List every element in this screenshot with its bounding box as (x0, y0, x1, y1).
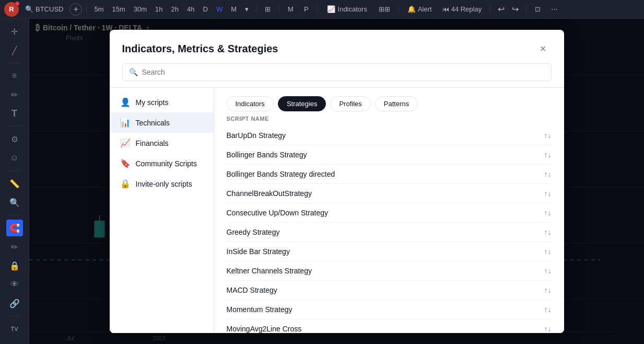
tab-strategies[interactable]: Strategies (278, 96, 326, 111)
indicators-modal: Indicators, Metrics & Strategies × 🔍 (110, 30, 564, 333)
script-name-channelbreakout: ChannelBreakOutStrategy (227, 189, 312, 198)
alert-button[interactable]: 🔔 Alert (403, 3, 436, 15)
timeframe-30m[interactable]: 30m (131, 3, 150, 15)
nav-item-my-scripts[interactable]: 👤 My scripts (110, 92, 214, 112)
tab-indicators[interactable]: Indicators (227, 96, 274, 111)
separator-5 (399, 4, 399, 15)
script-name-movingavg2line: MovingAvg2Line Cross (227, 325, 302, 333)
script-item-bollinger[interactable]: Bollinger Bands Strategy ↑↓ (227, 145, 552, 165)
script-add-consecutive: ↑↓ (544, 209, 552, 217)
undo-button[interactable]: ↩ (495, 2, 508, 16)
separator-4 (317, 4, 318, 15)
sidebar-separator-3 (7, 170, 22, 171)
timeframe-5m[interactable]: 5m (91, 3, 107, 15)
pin-tool[interactable]: ✏ (6, 238, 23, 255)
ma-button[interactable]: M (284, 3, 298, 15)
script-add-bollinger: ↑↓ (544, 151, 552, 159)
text-tool[interactable]: T (6, 105, 23, 122)
timeframe-15m[interactable]: 15m (109, 3, 128, 15)
zoom-tool[interactable]: 🔍 (6, 194, 23, 211)
script-name-keltner: Keltner Channels Strategy (227, 267, 312, 275)
nav-item-invite-only-label: Invite-only scripts (136, 180, 192, 188)
tab-patterns[interactable]: Patterns (375, 96, 418, 111)
crosshair-tool[interactable]: ✛ (6, 23, 23, 40)
script-name-macd: MACD Strategy (227, 286, 277, 294)
sidebar-separator-5 (7, 316, 22, 316)
pb-button[interactable]: P (300, 3, 313, 15)
script-add-momentum: ↑↓ (544, 305, 552, 314)
sidebar-separator-1 (7, 63, 22, 63)
nav-item-community-scripts[interactable]: 🔖 Community Scripts (110, 153, 214, 174)
separator (86, 4, 87, 15)
nav-item-invite-only[interactable]: 🔒 Invite-only scripts (110, 174, 214, 194)
script-item-channelbreakout[interactable]: ChannelBreakOutStrategy ↑↓ (227, 184, 552, 203)
emoji-tool[interactable]: ☺ (6, 150, 23, 166)
symbol-selector[interactable]: 🔍 BTCUSD (21, 3, 67, 15)
modal-nav: 👤 My scripts 📊 Technicals 📈 Financials (110, 88, 214, 333)
script-item-bollinger-directed[interactable]: Bollinger Bands Strategy directed ↑↓ (227, 165, 552, 184)
draw-tool[interactable]: ✏ (6, 86, 23, 103)
timeframe-2h[interactable]: 2h (168, 3, 182, 15)
timeframe-1h[interactable]: 1h (152, 3, 166, 15)
script-item-inside-bar[interactable]: InSide Bar Strategy ↑↓ (227, 242, 552, 261)
redo-button[interactable]: ↪ (509, 2, 522, 16)
indicators-button[interactable]: 📈 Indicators (322, 3, 372, 15)
script-item-movingavg2line[interactable]: MovingAvg2Line Cross ↑↓ (227, 319, 552, 333)
nav-item-financials[interactable]: 📈 Financials (110, 133, 214, 153)
script-item-macd[interactable]: MACD Strategy ↑↓ (227, 281, 552, 300)
script-item-greedy[interactable]: Greedy Strategy ↑↓ (227, 223, 552, 242)
eye-tool[interactable]: 👁 (6, 276, 23, 293)
separator-3 (279, 4, 279, 15)
notification-badge (15, 1, 20, 6)
tab-profiles[interactable]: Profiles (330, 96, 370, 111)
user-avatar[interactable]: R (4, 2, 19, 17)
modal-title: Indicators, Metrics & Strategies (122, 43, 278, 55)
script-name-inside-bar: InSide Bar Strategy (227, 247, 290, 256)
template-button[interactable]: ⊞⊞ (374, 3, 394, 15)
trendlines-tool[interactable]: ≡ (6, 67, 23, 84)
add-symbol-button[interactable]: + (69, 3, 82, 16)
lock-tool[interactable]: 🔒 (6, 257, 23, 274)
technicals-icon: 📊 (120, 118, 131, 128)
community-scripts-icon: 🔖 (120, 158, 131, 168)
script-item-keltner[interactable]: Keltner Channels Strategy ↑↓ (227, 261, 552, 281)
timeframe-dropdown[interactable]: ▾ (242, 3, 252, 15)
modal-header: Indicators, Metrics & Strategies × (110, 30, 564, 57)
timeframe-M[interactable]: M (228, 3, 240, 15)
magnet-tool[interactable]: 🧲 (6, 220, 23, 236)
script-add-channelbreakout: ↑↓ (544, 189, 552, 198)
script-add-movingavg2line: ↑↓ (544, 325, 552, 333)
search-input[interactable] (142, 68, 545, 76)
script-name-greedy: Greedy Strategy (227, 228, 280, 236)
script-add-inside-bar: ↑↓ (544, 247, 552, 256)
script-item-barupdn[interactable]: BarUpDn Strategy ↑↓ (227, 126, 552, 145)
line-tool[interactable]: ╱ (6, 42, 23, 59)
timeframe-4h[interactable]: 4h (184, 3, 197, 15)
replay-button[interactable]: ⏮ 44 Replay (438, 3, 486, 15)
my-scripts-icon: 👤 (120, 97, 131, 107)
fullscreen-button[interactable]: ⊡ (531, 3, 545, 15)
modal-close-button[interactable]: × (535, 40, 552, 57)
chart-type-button[interactable]: ⊞ (261, 3, 275, 15)
sidebar-separator-4 (7, 215, 22, 215)
scripts-list: BarUpDn Strategy ↑↓ Bollinger Bands Stra… (214, 126, 564, 333)
replay-icon: ⏮ (442, 5, 449, 13)
chart-type-icon: ⊞ (265, 5, 271, 13)
script-name-momentum: Momentum Strategy (227, 305, 292, 314)
link-tool[interactable]: 🔗 (6, 295, 23, 312)
timeframe-D[interactable]: D (200, 3, 211, 15)
nav-item-community-scripts-label: Community Scripts (136, 159, 197, 168)
script-name-header: SCRIPT NAME (214, 111, 564, 126)
script-item-consecutive[interactable]: Consecutive Up/Down Strategy ↑↓ (227, 203, 552, 223)
script-item-momentum[interactable]: Momentum Strategy ↑↓ (227, 300, 552, 319)
ruler-tool[interactable]: 📏 (6, 175, 23, 192)
nav-item-technicals[interactable]: 📊 Technicals (110, 112, 214, 133)
tabs-row: Indicators Strategies Profiles Patterns (214, 88, 564, 111)
script-add-macd: ↑↓ (544, 286, 552, 294)
more-options-button[interactable]: ⋯ (547, 3, 562, 15)
timeframe-W[interactable]: W (213, 3, 226, 15)
script-add-keltner: ↑↓ (544, 267, 552, 275)
measure-tool[interactable]: ⚙ (6, 131, 23, 147)
modal-overlay: Indicators, Metrics & Strategies × 🔍 (29, 19, 644, 344)
main-area: ✛ ╱ ≡ ✏ T ⚙ ☺ 📏 🔍 🧲 ✏ 🔒 👁 🔗 TV ₿ Bitcoin… (0, 19, 644, 344)
